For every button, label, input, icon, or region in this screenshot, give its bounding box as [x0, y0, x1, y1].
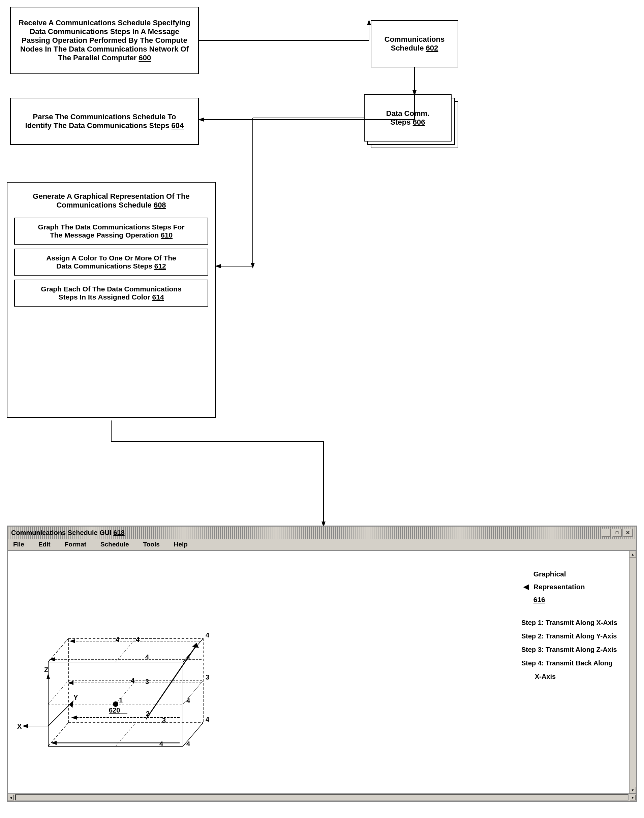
svg-text:620: 620 [109, 706, 120, 714]
gui-content: Z Y X [8, 551, 636, 793]
svg-text:Z: Z [44, 666, 48, 674]
svg-marker-46 [51, 741, 57, 745]
svg-marker-24 [22, 724, 28, 728]
svg-text:4: 4 [186, 654, 190, 662]
box-608-outer: Generate A Graphical Representation Of T… [7, 182, 216, 418]
gui-title-number: 618 [113, 529, 124, 536]
svg-line-35 [183, 723, 203, 746]
svg-marker-10 [251, 263, 255, 268]
svg-text:4: 4 [136, 636, 140, 643]
svg-text:4: 4 [116, 636, 120, 643]
scroll-down-button[interactable]: ▼ [630, 787, 636, 793]
box-608-text: Generate A Graphical Representation Of T… [33, 192, 189, 209]
menu-help[interactable]: Help [172, 540, 190, 549]
legend-steps: Step 1: Transmit Along X-Axis Step 2: Tr… [521, 616, 623, 683]
scroll-right-button[interactable]: ► [630, 794, 636, 801]
svg-text:4: 4 [205, 715, 210, 723]
box-608-title: Generate A Graphical Representation Of T… [14, 189, 208, 212]
svg-text:3: 3 [145, 678, 149, 685]
svg-line-43 [48, 680, 68, 704]
box-612: Assign A Color To One Or More Of TheData… [14, 249, 208, 276]
scroll-up-button[interactable]: ▲ [630, 551, 636, 558]
horizontal-scrollbar[interactable] [15, 794, 629, 801]
scroll-left-button[interactable]: ◄ [8, 794, 14, 801]
close-button[interactable]: ✕ [623, 528, 633, 537]
menu-file[interactable]: File [11, 540, 26, 549]
svg-text:Y: Y [74, 694, 78, 701]
svg-marker-48 [71, 715, 77, 720]
svg-text:2: 2 [146, 710, 150, 717]
gui-menubar: File Edit Format Schedule Tools Help [8, 539, 636, 551]
svg-text:4: 4 [145, 653, 149, 661]
legend-step4-cont: X-Axis [535, 670, 623, 683]
gui-titlebar-buttons: _ □ ✕ [601, 528, 633, 537]
legend-step3: Step 3: Transmit Along Z-Axis [521, 643, 623, 656]
gui-legend: ◄ Graphical Representation 616 Step 1: T… [515, 551, 629, 793]
gui-statusbar: ◄ ► [8, 793, 636, 801]
box-604-text: Parse The Communications Schedule ToIden… [25, 113, 184, 130]
box-606-line1: Data Comm. [386, 109, 429, 118]
box-610: Graph The Data Communications Steps ForT… [14, 218, 208, 245]
svg-marker-50 [192, 643, 199, 648]
minimize-button[interactable]: _ [601, 528, 611, 537]
svg-marker-5 [198, 118, 204, 122]
legend-step4: Step 4: Transmit Back Along [521, 656, 623, 670]
menu-format[interactable]: Format [63, 540, 88, 549]
svg-line-36 [48, 639, 68, 662]
svg-line-44 [183, 680, 203, 704]
svg-text:4: 4 [159, 740, 163, 748]
svg-marker-52 [69, 639, 75, 643]
box-602-line2: Schedule [391, 44, 424, 52]
svg-text:3: 3 [162, 717, 166, 724]
legend-title: Graphical [534, 568, 585, 581]
gui-graph-area: Z Y X [8, 551, 515, 793]
svg-text:X: X [17, 723, 22, 730]
graphical-representation-label: ◄ Graphical Representation 616 [521, 568, 623, 606]
gui-title: Communications Schedule GUI 618 [11, 529, 125, 537]
box-614-text: Graph Each Of The Data CommunicationsSte… [41, 285, 182, 301]
gui-titlebar: Communications Schedule GUI 618 _ □ ✕ [8, 527, 636, 539]
box-606-number: 606 [413, 118, 425, 126]
box-600: Receive A Communications Schedule Specif… [10, 7, 199, 74]
graph-svg: Z Y X [14, 558, 250, 777]
diagram-area: Receive A Communications Schedule Specif… [0, 0, 644, 27]
box-606-container: Data Comm. Steps 606 [364, 94, 458, 152]
gui-window: Communications Schedule GUI 618 _ □ ✕ Fi… [7, 525, 637, 802]
menu-tools[interactable]: Tools [141, 540, 162, 549]
svg-marker-12 [215, 264, 221, 268]
svg-text:3: 3 [205, 674, 209, 681]
menu-edit[interactable]: Edit [37, 540, 52, 549]
box-602-line1: Communications [385, 35, 445, 43]
svg-point-57 [113, 702, 118, 707]
box-606-main: Data Comm. Steps 606 [364, 94, 452, 141]
box-600-number: 600 [138, 54, 151, 62]
legend-step1: Step 1: Transmit Along X-Axis [521, 616, 623, 630]
box-612-text: Assign A Color To One Or More Of TheData… [46, 254, 176, 270]
svg-text:4: 4 [131, 677, 135, 684]
box-602-number: 602 [426, 44, 439, 52]
box-604: Parse The Communications Schedule ToIden… [10, 98, 199, 145]
svg-text:4: 4 [186, 740, 190, 748]
menu-schedule[interactable]: Schedule [98, 540, 131, 549]
svg-text:4: 4 [205, 631, 210, 639]
legend-step2: Step 2: Transmit Along Y-Axis [521, 630, 623, 643]
legend-number: 616 [534, 593, 585, 606]
box-614: Graph Each Of The Data CommunicationsSte… [14, 280, 208, 306]
maximize-button[interactable]: □ [612, 528, 622, 537]
svg-text:1: 1 [119, 696, 123, 704]
box-606-line2: Steps [391, 118, 411, 126]
svg-text:4: 4 [186, 697, 190, 705]
gui-scrollbar-right[interactable]: ▲ ▼ [629, 551, 636, 793]
box-602: Communications Schedule 602 [371, 20, 458, 67]
box-600-text: Receive A Communications Schedule Specif… [18, 18, 190, 62]
svg-marker-54 [49, 657, 55, 661]
legend-title2: Representation [534, 581, 585, 593]
box-610-text: Graph The Data Communications Steps ForT… [38, 223, 184, 239]
